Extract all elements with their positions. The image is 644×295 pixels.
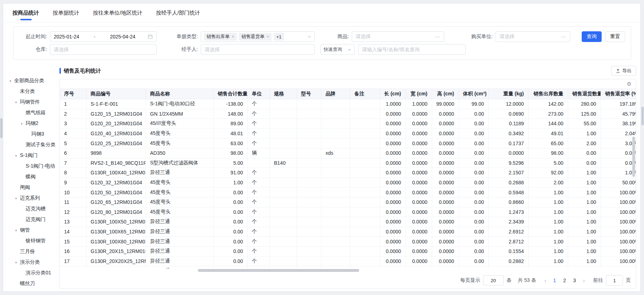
doc-type-tag[interactable]: 销售出库单×: [204, 33, 237, 41]
caret-down-icon[interactable]: ▾: [14, 228, 18, 232]
column-header[interactable]: 体积 (cm³): [459, 89, 488, 99]
tag-close-icon[interactable]: ×: [232, 34, 234, 39]
column-header[interactable]: 宽 (cm): [405, 89, 432, 99]
column-header[interactable]: 销售退货数量: [568, 89, 601, 99]
export-button[interactable]: 导出: [611, 66, 636, 76]
tree-item[interactable]: ▾S-1阀门: [3, 150, 56, 161]
tree-item[interactable]: ▾钢管: [3, 225, 56, 236]
caret-down-icon[interactable]: ▾: [14, 260, 18, 264]
tree-item[interactable]: ▾蝶阀: [3, 172, 56, 182]
column-header[interactable]: 型号: [297, 89, 321, 99]
tab-item[interactable]: 按经手人/部门统计: [156, 4, 200, 22]
column-header[interactable]: 单位: [247, 89, 269, 99]
ellipsis-icon[interactable]: ⋯: [435, 34, 440, 39]
tree-item[interactable]: ▾迈克沟槽: [3, 204, 56, 214]
date-start-value[interactable]: 2025-01-24: [54, 34, 79, 39]
table-row[interactable]: 5G120_25_12RM01G0445度弯头63.00个0.00000.000…: [60, 138, 636, 148]
table-row[interactable]: 3G120_20_12RM01G0445////度弯头89.00个0.00000…: [60, 119, 636, 129]
tree-item[interactable]: ▾玛钢管件: [3, 97, 56, 107]
buyer-select[interactable]: 请选择 ⋯: [496, 31, 570, 42]
tree-item[interactable]: ▾迈克阀门: [3, 214, 56, 225]
page-number[interactable]: 2: [560, 276, 570, 285]
page-scrollbar-right-thumb[interactable]: [642, 107, 644, 125]
tree-item[interactable]: ▾测试子集分类: [3, 139, 56, 150]
table-row[interactable]: 11G120_65_12RM01G0445度弯头0.00个0.00000.000…: [60, 197, 636, 207]
column-header[interactable]: 商品名称: [146, 89, 213, 99]
column-header[interactable]: 序号: [60, 89, 86, 99]
reset-button[interactable]: 重置: [605, 31, 625, 42]
column-header[interactable]: 长 (cm): [379, 89, 405, 99]
quick-search-input[interactable]: [358, 44, 466, 55]
table-vertical-scrollbar[interactable]: [632, 100, 635, 267]
table-row[interactable]: 9G120_32_12RM01G0445度弯头1.00个0.00000.0000…: [60, 178, 636, 188]
doc-type-select[interactable]: 销售出库单×销售退货单×+1: [201, 31, 315, 42]
column-header[interactable]: 销售出库数量: [528, 89, 568, 99]
tree-item[interactable]: ▾螺丝刀: [3, 278, 56, 289]
table-row[interactable]: 2G120_15_12RM01G04GN 1/2X45MM148.00个0.00…: [60, 109, 636, 119]
vertical-scrollbar-thumb[interactable]: [632, 137, 635, 177]
table-row[interactable]: 1S-1-F-E-001S-1阀门-电动30口径-138.00个1.00001.…: [60, 99, 636, 109]
table-row[interactable]: 17G130R_20X20X25_12RM01G...异径三通0.00个0.00…: [60, 256, 636, 266]
next-page-icon[interactable]: ›: [580, 278, 588, 284]
tree-item[interactable]: ▾燃气纸箱: [3, 107, 56, 118]
tree-item[interactable]: ▾迈克系列: [3, 193, 56, 204]
column-header[interactable]: 规格: [269, 89, 297, 99]
page-number[interactable]: 1: [550, 276, 560, 285]
table-row[interactable]: 8G130R_100X40_12RM01G04异径三通91.00个0.00000…: [60, 168, 636, 178]
doc-type-more-tag[interactable]: +1: [274, 33, 284, 41]
column-header[interactable]: 备注: [350, 89, 379, 99]
tab-item[interactable]: 按单据统计: [53, 4, 79, 22]
tree-item[interactable]: ▾演示分类01: [3, 268, 56, 278]
caret-down-icon[interactable]: ▾: [14, 100, 18, 104]
caret-down-icon[interactable]: ▾: [14, 196, 18, 200]
table-row[interactable]: 4G120_40_12RM01G0445度弯头48.01个0.00000.000…: [60, 128, 636, 138]
tree-item[interactable]: ▾三月份: [3, 246, 56, 257]
tree-item[interactable]: ▾玛钢2: [3, 118, 56, 129]
date-range-input[interactable]: 2025-01-24 - 2025-04-24: [50, 31, 157, 42]
prev-page-icon[interactable]: ‹: [541, 278, 550, 284]
table-row[interactable]: 69898AD35098.00辆xds0.00000.00000.00000.0…: [60, 148, 636, 158]
table-row[interactable]: 13G130R_100X50_12RM01G04异径三通0.00个0.00000…: [60, 217, 636, 227]
tag-close-icon[interactable]: ×: [267, 34, 269, 39]
table-row[interactable]: 16G130R_20X15_12RM01G04异径三通0.00个0.00000.…: [60, 246, 636, 256]
caret-down-icon[interactable]: ▾: [20, 122, 24, 126]
tree-item[interactable]: ▾未分类: [3, 86, 56, 97]
tree-item[interactable]: ▾演示分类: [3, 257, 56, 268]
column-header[interactable]: 商品编号: [86, 89, 146, 99]
page-scrollbar-left-thumb[interactable]: [0, 118, 2, 138]
horizontal-scrollbar-thumb[interactable]: [198, 269, 359, 272]
product-select[interactable]: 请选择 ⋯: [352, 31, 444, 42]
tree-item[interactable]: ▾镀锌钢管: [3, 236, 56, 246]
handler-select[interactable]: [201, 44, 315, 55]
table-horizontal-scrollbar[interactable]: [60, 268, 636, 273]
column-header[interactable]: 销售退货率 (%): [601, 89, 636, 99]
column-settings-gear-icon[interactable]: ⚙: [627, 81, 632, 87]
column-header[interactable]: 品牌: [321, 89, 350, 99]
table-row[interactable]: 15G130R_100X80_12RM01G04异径三通0.00个0.00000…: [60, 237, 636, 247]
column-header[interactable]: 高 (cm): [432, 89, 459, 99]
tree-item[interactable]: ▾钢管1: [3, 289, 56, 291]
tree-item[interactable]: ▾闸阀: [3, 182, 56, 193]
tree-item[interactable]: ▾S-1阀门-电动: [3, 161, 56, 172]
query-button[interactable]: 查询: [582, 31, 602, 42]
page-number[interactable]: 3: [570, 276, 580, 285]
warehouse-select[interactable]: [50, 44, 157, 55]
table-row[interactable]: 14G130R_100X65_12RM01G04异径三通0.00个0.00000…: [60, 227, 636, 237]
tree-item[interactable]: ▾玛钢3: [3, 129, 56, 139]
date-end-value[interactable]: 2025-04-24: [110, 34, 136, 39]
goto-page-input[interactable]: [606, 275, 623, 286]
table-row[interactable]: 10G120_50_12RM01G0445度弯头0.00个0.00000.000…: [60, 188, 636, 197]
tree-item[interactable]: ▾全部商品分类: [3, 75, 56, 86]
table-row[interactable]: 7RVS2-1_B140_98CQ11R40S型沟槽式过滤器阀体5.00B140…: [60, 158, 636, 168]
table-row[interactable]: 12G120_80_12RM01G0445度弯头0.00个0.00000.000…: [60, 207, 636, 217]
quick-search-select[interactable]: 快速查询: [320, 44, 355, 55]
per-page-select[interactable]: 20: [483, 275, 504, 285]
ellipsis-icon[interactable]: ⋯: [561, 34, 566, 39]
column-header[interactable]: 重量 (kg): [488, 89, 528, 99]
doc-type-tag[interactable]: 销售退货单×: [239, 33, 272, 41]
caret-down-icon[interactable]: ▾: [14, 154, 18, 158]
tab-item[interactable]: 按商品统计: [12, 4, 39, 22]
caret-down-icon[interactable]: ▾: [8, 79, 12, 83]
tab-item[interactable]: 按往来单位/地区统计: [93, 4, 142, 22]
column-header[interactable]: 销售合计数量: [213, 89, 247, 99]
